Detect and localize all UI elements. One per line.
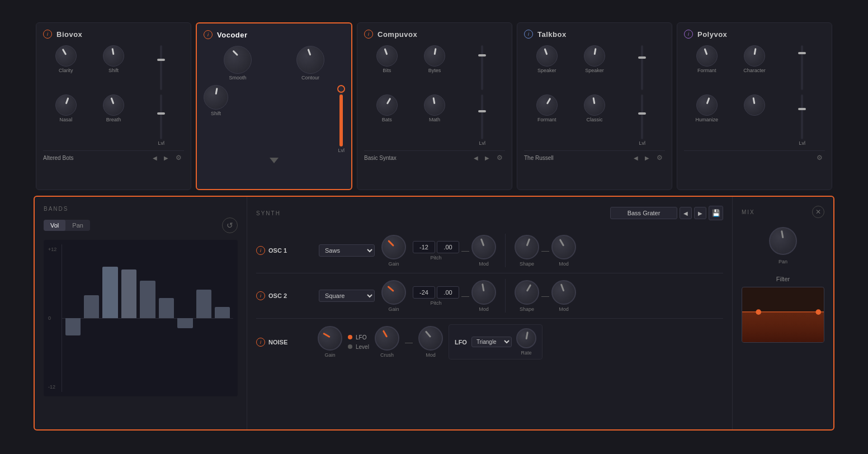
vocoder-info-icon[interactable]: i: [204, 30, 213, 39]
pan-toggle-btn[interactable]: Pan: [65, 220, 90, 231]
osc2-shape-knob[interactable]: [515, 280, 539, 305]
talkbox-prev[interactable]: ◀: [631, 153, 640, 162]
noise-mod-knob[interactable]: [418, 326, 443, 351]
breath-knob[interactable]: [103, 94, 124, 116]
band-8[interactable]: [195, 247, 212, 390]
biovox-prev[interactable]: ◀: [150, 153, 159, 162]
talkbox-next[interactable]: ▶: [643, 153, 652, 162]
poly-extra-knob[interactable]: [744, 94, 765, 116]
band-bar-8: [196, 290, 211, 318]
biovox-info-icon[interactable]: i: [43, 30, 52, 39]
osc2-type-select[interactable]: Square Sine Saws Triangle: [319, 290, 375, 302]
voc-lvl-wrap: Lvl: [338, 85, 345, 153]
db-label-0: 0: [48, 315, 62, 321]
synth-header: SYNTH Bass Grater ◀ ▶ 💾: [256, 206, 723, 220]
osc2-mod-knob[interactable]: [471, 280, 496, 305]
lfo-rate-knob[interactable]: [516, 328, 536, 348]
osc2-pitch-fine[interactable]: .00: [437, 286, 459, 299]
compuvox-menu[interactable]: ⚙: [494, 153, 505, 162]
formant-knob[interactable]: [536, 94, 558, 116]
synth-save-btn[interactable]: 💾: [709, 206, 723, 220]
band-4[interactable]: [120, 247, 137, 390]
band-1[interactable]: [64, 247, 81, 390]
speaker1-knob[interactable]: [536, 45, 558, 67]
mix-close-btn[interactable]: ✕: [812, 206, 824, 218]
lfo-type-select[interactable]: Triangle Sine Square Sawtooth: [471, 337, 512, 347]
db-label-12n: -12: [48, 384, 62, 390]
talk-lvl-slider-item: [620, 45, 665, 90]
poly-lvl2-slider[interactable]: [801, 94, 803, 139]
compuvox-next[interactable]: ▶: [483, 153, 492, 162]
osc1-gain-knob[interactable]: [381, 235, 406, 259]
vol-toggle-btn[interactable]: Vol: [44, 220, 65, 231]
polyvox-info-icon[interactable]: i: [684, 30, 693, 39]
osc1-pitch-coarse[interactable]: -12: [413, 241, 435, 253]
shift-knob[interactable]: [103, 45, 124, 67]
comp-lvl2-slider[interactable]: [481, 94, 483, 139]
speaker2-knob[interactable]: [584, 45, 605, 67]
voc-shift-knob[interactable]: [204, 85, 228, 110]
biovox-next[interactable]: ▶: [162, 153, 171, 162]
talkbox-info-icon[interactable]: i: [524, 30, 533, 39]
band-9[interactable]: [214, 247, 231, 390]
talk-lvl-slider[interactable]: [641, 45, 643, 90]
biovox-menu[interactable]: ⚙: [173, 153, 184, 162]
top-row: i Biovox Clarity Shift: [0, 0, 868, 190]
filter-display[interactable]: [742, 287, 824, 343]
synth-prev-btn[interactable]: ◀: [680, 207, 692, 219]
osc1-mod-knob[interactable]: [471, 235, 496, 259]
polyvox-menu[interactable]: ⚙: [814, 153, 825, 162]
character-knob[interactable]: [744, 45, 765, 67]
bytes-knob[interactable]: [424, 45, 445, 67]
filter-title: Filter: [742, 276, 824, 282]
talk-lvl2-slider[interactable]: [641, 94, 643, 139]
pf-knob[interactable]: [696, 45, 718, 67]
filter-section: Filter: [742, 276, 824, 343]
main-container: i Biovox Clarity Shift: [0, 0, 868, 454]
lvl2-slider[interactable]: [160, 94, 162, 139]
noise-info-icon[interactable]: i: [256, 338, 265, 347]
band-7[interactable]: [177, 247, 194, 390]
voc-lvl-slider[interactable]: [339, 85, 343, 146]
contour-knob[interactable]: [296, 46, 324, 74]
noise-gain-knob[interactable]: [318, 326, 342, 351]
osc1-shape-mod-knob[interactable]: [551, 235, 576, 259]
poly-lvl2-label: Lvl: [799, 140, 806, 146]
bats-knob[interactable]: [376, 94, 398, 116]
db-label-12p: +12: [48, 247, 62, 252]
osc2-info-icon[interactable]: i: [256, 291, 265, 300]
nasal-knob[interactable]: [55, 94, 77, 116]
talkbox-menu[interactable]: ⚙: [654, 153, 665, 162]
classic-knob[interactable]: [584, 94, 605, 116]
band-6[interactable]: [158, 247, 174, 390]
math-knob[interactable]: [424, 94, 445, 116]
osc2-pitch-coarse[interactable]: -24: [413, 286, 435, 299]
band-3[interactable]: [102, 247, 119, 390]
bands-reset-btn[interactable]: ↺: [222, 217, 238, 233]
voc-shift-item: Shift: [204, 85, 228, 116]
osc1-info-icon[interactable]: i: [256, 246, 265, 255]
osc1-type-select[interactable]: Saws Sine Square Triangle: [319, 244, 375, 257]
level-label: Level: [356, 344, 369, 350]
band-5[interactable]: [139, 247, 156, 390]
mix-pan-label: Pan: [779, 259, 787, 264]
band-2[interactable]: [83, 247, 100, 390]
humanize-knob[interactable]: [696, 94, 718, 116]
osc2-gain-knob[interactable]: [381, 280, 406, 305]
osc1-pitch-fine[interactable]: .00: [437, 241, 459, 253]
osc2-shape-mod-knob[interactable]: [551, 280, 576, 305]
smooth-knob[interactable]: [224, 46, 252, 74]
osc1-shape-knob[interactable]: [515, 235, 539, 259]
clarity-knob[interactable]: [55, 45, 77, 67]
crush-knob[interactable]: [375, 326, 399, 351]
mix-pan-knob[interactable]: [769, 227, 797, 255]
comp-lvl-slider[interactable]: [481, 45, 483, 90]
vocoder-title: Vocoder: [217, 31, 248, 39]
synth-next-btn[interactable]: ▶: [694, 207, 706, 219]
lvl-slider[interactable]: [160, 45, 162, 90]
compuvox-prev[interactable]: ◀: [471, 153, 480, 162]
compuvox-info-icon[interactable]: i: [364, 30, 373, 39]
smooth-knob-item: Smooth: [204, 46, 272, 81]
bits-knob[interactable]: [376, 45, 398, 67]
poly-lvl-slider[interactable]: [801, 45, 803, 90]
